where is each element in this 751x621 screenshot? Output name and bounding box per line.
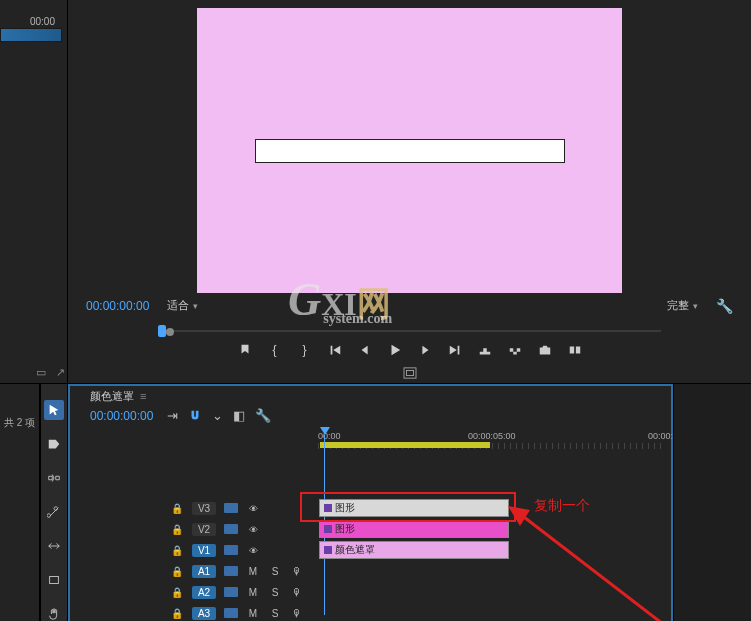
fx-badge-icon: [324, 546, 332, 554]
sync-lock-icon[interactable]: [224, 608, 238, 618]
extract-icon[interactable]: [506, 343, 524, 357]
razor-tool[interactable]: [44, 502, 64, 522]
step-forward-icon[interactable]: [416, 343, 434, 357]
rectangle-tool[interactable]: [44, 570, 64, 590]
export-frame-icon[interactable]: [536, 343, 554, 357]
solo-icon[interactable]: S: [268, 608, 282, 619]
track-select-tool[interactable]: [44, 434, 64, 454]
lock-icon[interactable]: 🔒: [170, 503, 184, 514]
mark-out-icon[interactable]: }: [296, 343, 314, 357]
timeline-ruler[interactable]: 00:00 00:00:05:00 00:00:10:00: [318, 431, 661, 451]
program-scrub-bar[interactable]: [158, 318, 661, 336]
lock-icon[interactable]: 🔒: [170, 545, 184, 556]
toggle-output-icon[interactable]: [246, 503, 260, 514]
svg-line-3: [520, 514, 663, 621]
step-back-icon[interactable]: [356, 343, 374, 357]
lock-icon[interactable]: 🔒: [170, 608, 184, 619]
play-icon[interactable]: [386, 343, 404, 357]
marker-icon[interactable]: [236, 343, 254, 357]
hand-tool[interactable]: [44, 604, 64, 621]
settings-wrench-icon[interactable]: 🔧: [716, 298, 733, 314]
tools-panel: T: [40, 384, 68, 621]
sync-lock-icon[interactable]: [224, 503, 238, 513]
lock-icon[interactable]: 🔒: [170, 524, 184, 535]
safe-margins-icon[interactable]: [403, 367, 417, 381]
solo-icon[interactable]: S: [268, 566, 282, 577]
track-headers: 🔒 V3 🔒 V2 🔒 V1: [70, 451, 318, 621]
track-header-v2[interactable]: 🔒 V2: [170, 520, 318, 538]
source-timecode: 00:00: [30, 16, 55, 27]
insert-mode-icon[interactable]: ⇥: [167, 408, 178, 423]
work-area-bar[interactable]: [320, 442, 490, 448]
sync-lock-icon[interactable]: [224, 545, 238, 555]
svg-rect-1: [406, 370, 413, 375]
sync-lock-icon[interactable]: [224, 587, 238, 597]
items-count: 共 2 项: [0, 416, 39, 430]
settings-gear-icon[interactable]: 🔧: [255, 408, 271, 423]
timeline-panel: 颜色遮罩 ≡ 00:00:00:00 ⇥ ⌄ ◧ 🔧 00:00 00:00:0…: [68, 384, 673, 621]
go-to-in-icon[interactable]: [326, 343, 344, 357]
quality-dropdown[interactable]: 完整: [667, 298, 698, 313]
transport-controls: { }: [68, 336, 751, 364]
toggle-output-icon[interactable]: [246, 524, 260, 535]
lock-icon[interactable]: 🔒: [170, 587, 184, 598]
mark-in-icon[interactable]: {: [266, 343, 284, 357]
panel-menu-icon[interactable]: ≡: [140, 390, 146, 402]
clip-v2[interactable]: 图形: [319, 520, 509, 538]
track-header-a2[interactable]: 🔒 A2 M S 🎙: [170, 583, 318, 601]
annotation-arrow-icon: [508, 506, 673, 621]
new-item-icon[interactable]: ↗: [56, 366, 65, 379]
compare-icon[interactable]: [566, 343, 584, 357]
ripple-edit-tool[interactable]: [44, 468, 64, 488]
toggle-output-icon[interactable]: [246, 545, 260, 556]
mute-icon[interactable]: M: [246, 608, 260, 619]
timeline-timecode[interactable]: 00:00:00:00: [90, 409, 153, 423]
program-timecode[interactable]: 00:00:00:00: [86, 299, 149, 313]
annotation-highlight-box: [300, 492, 516, 522]
program-monitor: 00:00:00:00 适合 完整 🔧 { }: [68, 0, 751, 383]
scrub-playhead[interactable]: [158, 325, 166, 337]
mute-icon[interactable]: M: [246, 587, 260, 598]
program-viewer: [68, 0, 751, 293]
source-panel: 00:00 ▭ ↗: [0, 0, 68, 383]
ruler-mark: 00:00:05:00: [468, 431, 516, 441]
annotation-text: 复制一个: [534, 497, 590, 515]
track-header-a1[interactable]: 🔒 A1 M S 🎙: [170, 562, 318, 580]
go-to-out-icon[interactable]: [446, 343, 464, 357]
lock-icon[interactable]: 🔒: [170, 566, 184, 577]
voice-over-icon[interactable]: 🎙: [290, 587, 304, 598]
sync-lock-icon[interactable]: [224, 524, 238, 534]
sequence-tab[interactable]: 颜色遮罩: [90, 389, 134, 404]
fx-badge-icon: [324, 525, 332, 533]
lift-icon[interactable]: [476, 343, 494, 357]
solo-icon[interactable]: S: [268, 587, 282, 598]
project-panel-footer: 共 2 项: [0, 384, 40, 621]
snap-icon[interactable]: [188, 409, 202, 423]
tracks-area[interactable]: 图形 图形 颜色遮罩 复制一个: [318, 451, 671, 621]
right-gutter: [673, 384, 751, 621]
playhead-icon[interactable]: [320, 427, 330, 435]
linked-selection-icon[interactable]: ⌄: [212, 408, 223, 423]
track-header-v3[interactable]: 🔒 V3: [170, 499, 318, 517]
svg-rect-2: [50, 577, 59, 584]
mute-icon[interactable]: M: [246, 566, 260, 577]
source-thumbnail[interactable]: [0, 28, 62, 42]
track-header-v1[interactable]: 🔒 V1: [170, 541, 318, 559]
new-bin-icon[interactable]: ▭: [36, 366, 46, 379]
marker-add-icon[interactable]: ◧: [233, 408, 245, 423]
zoom-dropdown[interactable]: 适合: [167, 298, 198, 313]
voice-over-icon[interactable]: 🎙: [290, 566, 304, 577]
track-header-a3[interactable]: 🔒 A3 M S 🎙: [170, 604, 318, 621]
slip-tool[interactable]: [44, 536, 64, 556]
selection-tool[interactable]: [44, 400, 64, 420]
voice-over-icon[interactable]: 🎙: [290, 608, 304, 619]
program-canvas[interactable]: [197, 8, 622, 293]
graphic-shape-rect[interactable]: [255, 139, 565, 163]
sync-lock-icon[interactable]: [224, 566, 238, 576]
clip-v1[interactable]: 颜色遮罩: [319, 541, 509, 559]
svg-rect-0: [404, 368, 416, 378]
